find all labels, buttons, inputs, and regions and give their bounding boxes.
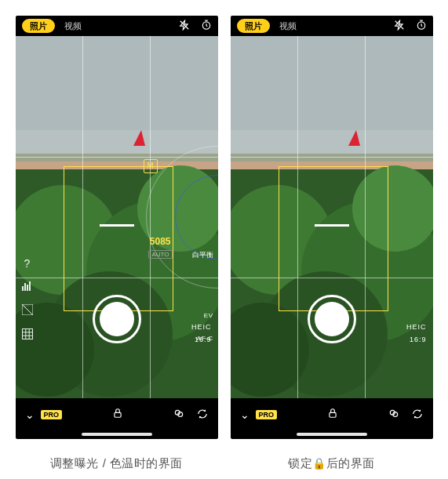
caption-right: 锁定🔒后的界面 bbox=[288, 456, 375, 471]
svg-rect-39 bbox=[330, 412, 336, 417]
panel-locked: 照片 视频 bbox=[231, 16, 433, 471]
tab-photo[interactable]: 照片 bbox=[237, 19, 270, 33]
switch-camera-icon[interactable] bbox=[412, 408, 423, 422]
white-balance-label: 白平衡 bbox=[192, 250, 213, 260]
help-icon[interactable]: ? bbox=[24, 257, 31, 270]
tab-video[interactable]: 视频 bbox=[64, 20, 82, 32]
phone-screen-left: 照片 视频 bbox=[16, 16, 218, 439]
bottom-bar: ⌄ PRO bbox=[16, 403, 218, 426]
viewfinder[interactable]: M 5085 AUTO 白平衡 ? EV AF-C HEIC bbox=[16, 36, 218, 398]
level-indicator bbox=[100, 224, 134, 227]
pro-mode-chip[interactable]: PRO bbox=[41, 410, 63, 419]
panel-adjusting: 照片 视频 bbox=[16, 16, 218, 471]
shutter-button[interactable] bbox=[308, 295, 356, 343]
viewfinder[interactable]: HEIC 16:9 bbox=[231, 36, 433, 398]
kelvin-value: 5085 bbox=[150, 236, 171, 247]
switch-camera-icon[interactable] bbox=[197, 408, 208, 422]
shutter-button[interactable] bbox=[93, 295, 141, 343]
auto-badge[interactable]: AUTO bbox=[148, 250, 172, 259]
chevron-down-icon[interactable]: ⌄ bbox=[25, 408, 35, 421]
lock-emoji-icon: 🔒 bbox=[312, 457, 326, 470]
caption-left: 调整曝光 / 色温时的界面 bbox=[50, 456, 183, 471]
timer-icon[interactable] bbox=[416, 20, 427, 33]
filters-icon[interactable] bbox=[388, 408, 399, 422]
lock-icon[interactable] bbox=[327, 408, 338, 422]
filters-icon[interactable] bbox=[173, 408, 184, 422]
chevron-down-icon[interactable]: ⌄ bbox=[240, 408, 249, 421]
histogram-icon[interactable] bbox=[22, 281, 33, 293]
bottom-bar: ⌄ PRO bbox=[231, 403, 433, 426]
phone-screen-right: 照片 视频 bbox=[231, 16, 433, 439]
manual-mode-badge: M bbox=[144, 159, 158, 173]
tab-video[interactable]: 视频 bbox=[279, 20, 297, 32]
svg-rect-13 bbox=[22, 286, 24, 291]
top-bar: 照片 视频 bbox=[231, 16, 433, 36]
flash-off-icon[interactable] bbox=[394, 20, 405, 33]
home-indicator[interactable] bbox=[82, 433, 152, 436]
top-bar: 照片 视频 bbox=[16, 16, 218, 36]
shutter-inner bbox=[100, 302, 134, 336]
timer-icon[interactable] bbox=[201, 20, 212, 33]
level-indicator bbox=[315, 224, 349, 227]
flash-off-icon[interactable] bbox=[179, 20, 190, 33]
home-indicator[interactable] bbox=[297, 433, 367, 436]
focus-frame[interactable] bbox=[279, 166, 388, 311]
svg-rect-14 bbox=[24, 283, 26, 291]
dial-inner-ring bbox=[175, 175, 218, 259]
svg-rect-16 bbox=[29, 281, 31, 291]
pro-mode-chip[interactable]: PRO bbox=[256, 410, 278, 419]
tab-photo[interactable]: 照片 bbox=[22, 19, 55, 33]
lock-icon[interactable] bbox=[112, 408, 123, 422]
shutter-inner bbox=[315, 302, 349, 336]
svg-rect-15 bbox=[27, 285, 28, 291]
svg-rect-23 bbox=[115, 412, 121, 417]
